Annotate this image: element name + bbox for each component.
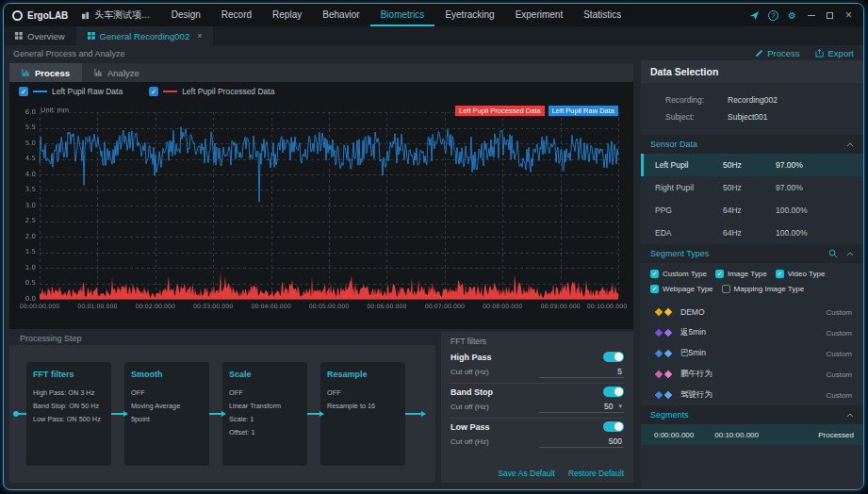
menu-item-statistics[interactable]: Statistics	[573, 4, 631, 26]
tab-label: General Recording002	[100, 31, 190, 41]
chevron-up-icon[interactable]	[846, 413, 854, 418]
processing-step-fft-filters[interactable]: FFT filtersHigh Pass: ON 3 HzBand Stop: …	[26, 362, 111, 466]
restore-default-link[interactable]: Restore Default	[568, 469, 624, 478]
sensor-data-section-header[interactable]: Sensor Data	[641, 135, 863, 154]
segment-types-section-header[interactable]: Segment Types	[641, 244, 863, 263]
segment-time-row[interactable]: 0:00:00.00000:10:00.000Processed	[641, 424, 863, 445]
segment-types-title: Segment Types	[650, 249, 709, 258]
diamond-marker-icon	[655, 370, 663, 378]
cutoff-input[interactable]: 500	[539, 436, 624, 448]
segment-item[interactable]: 返5minCustom	[641, 322, 863, 343]
checkbox-checked-icon[interactable]: ✓	[19, 87, 28, 96]
flow-arrow-icon	[111, 413, 124, 415]
close-tab-icon[interactable]: ×	[197, 31, 202, 41]
segment-name: 返5min	[680, 327, 706, 338]
info-value: Subject001	[728, 112, 768, 122]
cutoff-select[interactable]: 50▾	[539, 401, 624, 413]
step-detail: 5point	[131, 413, 203, 426]
cutoff-input[interactable]: 5	[539, 366, 624, 378]
info-value: Recording002	[728, 95, 778, 105]
send-icon[interactable]	[746, 7, 762, 24]
menu-item-behavior[interactable]: Behavior	[312, 4, 369, 26]
segment-type-custom-type[interactable]: ✓Custom Type	[650, 270, 707, 278]
processing-step-smooth[interactable]: SmoothOFFMoving Average5point	[124, 362, 209, 466]
menu-item-replay[interactable]: Replay	[262, 4, 312, 26]
checkbox-checked-icon[interactable]: ✓	[650, 270, 659, 278]
filter-block-band-stop: Band StopCut off (Hz)50▾	[450, 384, 624, 419]
sensor-name: Right Pupil	[644, 183, 723, 192]
sensor-name: Left Pupil	[644, 160, 723, 170]
app-window: ErgoLAB 头车测试项... DesignRecordReplayBehav…	[3, 3, 864, 490]
checkbox-checked-icon[interactable]: ✓	[776, 270, 784, 278]
chart-legend: ✓Left Pupil Raw Data✓Left Pupil Processe…	[19, 87, 274, 96]
menu-item-eyetracking[interactable]: Eyetracking	[434, 4, 504, 26]
processing-pipeline: FFT filtersHigh Pass: ON 3 HzBand Stop: …	[9, 345, 435, 483]
toggle-on-switch[interactable]	[603, 352, 624, 362]
tab-general-recording002[interactable]: General Recording002×	[76, 26, 214, 45]
segment-name: 鹏午行为	[680, 369, 712, 380]
series-badge: Left Pupil Processed Data	[455, 106, 545, 116]
segment-type-mapping-image-type[interactable]: Mapping Image Type	[722, 285, 805, 293]
segment-type-image-type[interactable]: ✓Image Type	[715, 270, 767, 278]
segment-item[interactable]: 驾驶行为Custom	[641, 385, 863, 405]
grid-icon	[15, 31, 23, 41]
segment-item[interactable]: 巴5minCustom	[641, 343, 863, 364]
sensor-row-right-pupil[interactable]: Right Pupil50Hz97.00%	[641, 176, 863, 199]
processing-step-resample[interactable]: ResampleOFFResample to 16	[320, 362, 405, 466]
save-as-default-link[interactable]: Save As Default	[498, 469, 554, 478]
minimize-icon[interactable]	[803, 7, 819, 24]
search-icon[interactable]	[828, 249, 838, 258]
sensor-row-ppg[interactable]: PPG64Hz100.00%	[641, 199, 863, 222]
menu-item-record[interactable]: Record	[211, 4, 262, 26]
segment-type-label: Custom Type	[663, 270, 707, 278]
checkbox-unchecked-icon[interactable]	[722, 285, 730, 293]
process-action[interactable]: Process	[755, 48, 799, 58]
checkbox-checked-icon[interactable]: ✓	[149, 87, 158, 96]
settings-icon[interactable]: ⚙	[784, 7, 800, 24]
info-label: Subject:	[641, 112, 728, 122]
help-icon[interactable]: ?	[765, 7, 781, 24]
processing-step-scale[interactable]: ScaleOFFLinear TransformScale: 1Offset: …	[222, 362, 307, 466]
diamond-marker-icon	[664, 308, 672, 316]
segment-end-time: 00:10:00.000	[714, 431, 759, 439]
sensor-data-list: Left Pupil50Hz97.00%Right Pupil50Hz97.00…	[641, 154, 863, 244]
segment-list: DEMOCustom返5minCustom巴5minCustom鹏午行为Cust…	[641, 302, 863, 405]
project-selector[interactable]: 头车测试项...	[77, 8, 160, 22]
segments-section-header[interactable]: Segments	[641, 405, 863, 424]
close-icon[interactable]: ×	[841, 7, 857, 24]
segment-item[interactable]: DEMOCustom	[641, 302, 863, 322]
filter-name: Low Pass	[450, 422, 490, 432]
toggle-on-switch[interactable]	[603, 387, 624, 397]
sensor-quality: 97.00%	[776, 183, 803, 192]
tab-overview[interactable]: Overview	[4, 26, 76, 45]
checkbox-checked-icon[interactable]: ✓	[715, 270, 724, 278]
grid-icon	[88, 31, 95, 41]
segment-item[interactable]: 鹏午行为Custom	[641, 364, 863, 385]
export-action[interactable]: Export	[815, 48, 854, 58]
menu-item-biometrics[interactable]: Biometrics	[370, 4, 435, 26]
view-tab-analyze[interactable]: Analyze	[82, 63, 152, 82]
checkbox-checked-icon[interactable]: ✓	[650, 285, 659, 293]
project-name: 头车测试项...	[94, 8, 149, 22]
chevron-up-icon[interactable]	[846, 142, 854, 147]
pupil-signal-chart[interactable]	[11, 101, 630, 327]
toggle-on-switch[interactable]	[603, 421, 624, 432]
menu-item-experiment[interactable]: Experiment	[505, 4, 574, 26]
view-tab-process[interactable]: Process	[9, 63, 82, 82]
sensor-row-eda[interactable]: EDA64Hz100.00%	[641, 222, 863, 244]
segment-type-video-type[interactable]: ✓Video Type	[776, 270, 826, 278]
segment-type-webpage-type[interactable]: ✓Webpage Type	[650, 285, 713, 293]
step-detail: Linear Transform	[229, 400, 301, 413]
step-detail: Scale: 1	[229, 413, 301, 426]
chevron-up-icon[interactable]	[846, 252, 854, 256]
legend-item-left-pupil-processed-data[interactable]: ✓Left Pupil Processed Data	[149, 87, 274, 96]
sensor-row-left-pupil[interactable]: Left Pupil50Hz97.00%	[641, 154, 863, 176]
sensor-name: EDA	[644, 228, 723, 238]
signal-chart-card: ✓Left Pupil Raw Data✓Left Pupil Processe…	[9, 82, 633, 329]
fft-filters-panel: FFT filters High PassCut off (Hz)5Band S…	[441, 332, 633, 483]
maximize-icon[interactable]	[822, 7, 838, 24]
step-title: FFT filters	[33, 370, 105, 379]
menu-item-design[interactable]: Design	[161, 4, 211, 26]
legend-item-left-pupil-raw-data[interactable]: ✓Left Pupil Raw Data	[19, 87, 123, 96]
segment-type-tag: Custom	[826, 350, 852, 358]
